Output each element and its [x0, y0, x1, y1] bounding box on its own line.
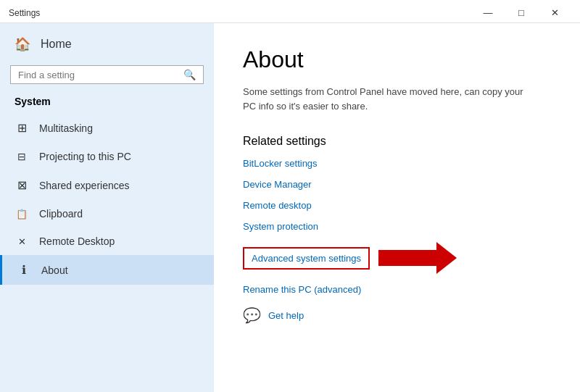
sidebar-item-clipboard[interactable]: 📋 Clipboard	[0, 200, 214, 228]
home-label: Home	[41, 38, 72, 51]
about-label: About	[41, 264, 68, 276]
remote-label: Remote Desktop	[39, 235, 115, 247]
search-box[interactable]: 🔍	[10, 65, 204, 84]
sidebar-item-remote[interactable]: ✕ Remote Desktop	[0, 228, 214, 255]
get-help-icon: 💬	[243, 306, 261, 324]
window-title: Settings	[9, 8, 40, 18]
device-manager-link[interactable]: Device Manager	[243, 179, 551, 190]
window-controls: — □ ✕	[471, 4, 571, 22]
maximize-button[interactable]: □	[505, 4, 538, 22]
remote-desktop-link[interactable]: Remote desktop	[243, 200, 551, 211]
page-title: About	[243, 46, 551, 73]
search-input[interactable]	[18, 70, 183, 80]
arrow-indicator	[378, 242, 457, 274]
multitasking-icon: ⊞	[14, 121, 29, 135]
minimize-button[interactable]: —	[471, 4, 505, 22]
related-settings-title: Related settings	[243, 135, 551, 148]
about-icon: ℹ	[17, 263, 31, 277]
title-bar: Settings — □ ✕	[0, 0, 580, 23]
bitlocker-link[interactable]: BitLocker settings	[243, 158, 551, 169]
shared-icon: ⊠	[14, 178, 29, 192]
page-description: Some settings from Control Panel have mo…	[243, 85, 533, 113]
close-button[interactable]: ✕	[538, 4, 571, 22]
main-layout: 🏠 Home 🔍 System ⊞ Multitasking ⊟ Project…	[0, 23, 580, 392]
sidebar-item-projecting[interactable]: ⊟ Projecting to this PC	[0, 143, 214, 170]
multitasking-label: Multitasking	[39, 122, 93, 134]
sidebar-item-about[interactable]: ℹ About	[0, 255, 214, 285]
clipboard-icon: 📋	[14, 209, 29, 220]
search-icon: 🔍	[183, 69, 196, 80]
remote-icon: ✕	[14, 236, 29, 247]
clipboard-label: Clipboard	[39, 208, 83, 220]
shared-label: Shared experiences	[39, 180, 130, 191]
advanced-system-row: Advanced system settings	[243, 242, 551, 274]
sidebar-item-home[interactable]: 🏠 Home	[0, 23, 214, 65]
content-area: About Some settings from Control Panel h…	[214, 23, 580, 392]
arrow-head	[436, 242, 457, 274]
home-icon: 🏠	[14, 36, 30, 52]
system-protection-link[interactable]: System protection	[243, 221, 551, 232]
get-help-row[interactable]: 💬 Get help	[243, 306, 551, 324]
arrow-shaft	[378, 250, 436, 266]
get-help-label: Get help	[268, 310, 304, 321]
sidebar-item-shared[interactable]: ⊠ Shared experiences	[0, 170, 214, 200]
projecting-label: Projecting to this PC	[39, 151, 131, 162]
sidebar-item-multitasking[interactable]: ⊞ Multitasking	[0, 113, 214, 143]
advanced-system-link[interactable]: Advanced system settings	[243, 247, 370, 270]
rename-pc-link[interactable]: Rename this PC (advanced)	[243, 284, 551, 295]
sidebar: 🏠 Home 🔍 System ⊞ Multitasking ⊟ Project…	[0, 23, 214, 392]
sidebar-section-title: System	[0, 93, 214, 113]
projecting-icon: ⊟	[14, 151, 29, 162]
